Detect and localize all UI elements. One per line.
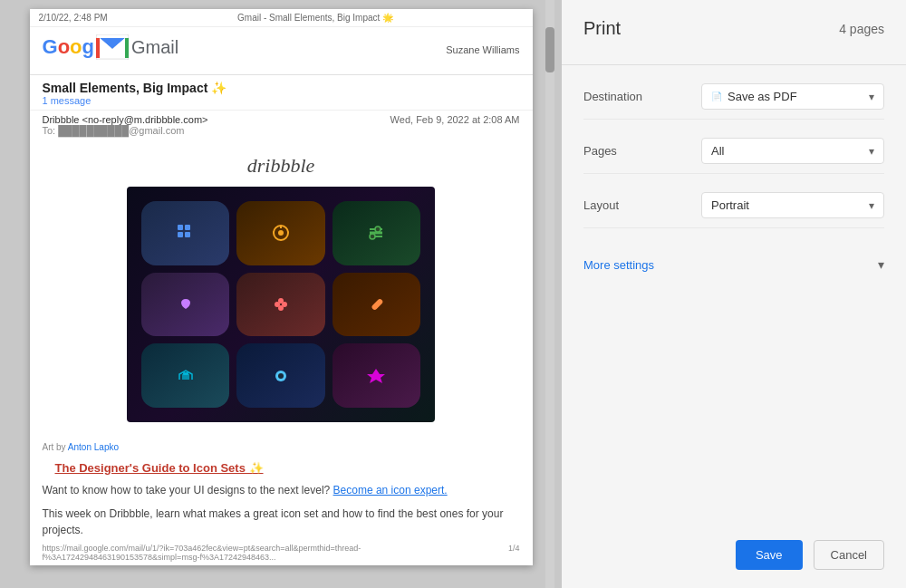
svg-rect-3 [96, 38, 100, 58]
email-url-bar: https://mail.google.com/mail/u/1/?ik=703… [30, 540, 533, 565]
app-icon-0 [141, 201, 229, 265]
become-icon-expert-link[interactable]: Become an icon expert. [333, 484, 448, 496]
email-topbar: 2/10/22, 2:48 PM Gmail - Small Elements,… [30, 9, 533, 27]
svg-marker-26 [367, 369, 385, 383]
destination-row: Destination 📄 Save as PDF ▾ [583, 83, 884, 120]
pages-select[interactable]: All ▾ [701, 138, 884, 164]
pages-value: All [711, 144, 869, 158]
article-link[interactable]: The Designer's Guide to Icon Sets ✨ [43, 458, 520, 477]
email-from: Dribbble <no-reply@m.dribbble.com> [43, 114, 208, 125]
app-icon-4 [236, 273, 324, 337]
svg-point-19 [278, 298, 284, 304]
url-text: https://mail.google.com/mail/u/1/?ik=703… [43, 544, 508, 562]
pages-count: 4 pages [839, 22, 884, 36]
print-footer: Save Cancel [583, 525, 884, 570]
layout-row: Layout Portrait ▾ [583, 192, 884, 228]
email-message-count: 1 message [30, 95, 533, 110]
layout-chevron-icon: ▾ [869, 199, 874, 212]
svg-rect-6 [185, 225, 190, 230]
svg-point-25 [278, 373, 284, 379]
email-preview-panel: 2/10/22, 2:48 PM Gmail - Small Elements,… [0, 0, 562, 588]
destination-value: Save as PDF [728, 90, 869, 103]
gmail-wordmark: Gmail [96, 34, 178, 60]
svg-point-20 [278, 305, 284, 311]
print-settings-panel: Print 4 pages Destination 📄 Save as PDF … [562, 0, 906, 588]
app-icon-1 [236, 201, 324, 265]
dribbble-logo: dribbble [43, 154, 520, 178]
more-settings-chevron-icon: ▾ [878, 257, 884, 272]
email-document: 2/10/22, 2:48 PM Gmail - Small Elements,… [30, 9, 533, 565]
pages-label: Pages [583, 144, 701, 158]
scrollbar-thumb[interactable] [545, 27, 554, 72]
email-date: Wed, Feb 9, 2022 at 2:08 AM [390, 114, 520, 136]
topbar-title: Gmail - Small Elements, Big Impact 🌟 [237, 13, 393, 23]
gmail-logo-area: Goog Gmail Suzane Wi [43, 34, 520, 60]
svg-rect-23 [183, 372, 188, 375]
app-icon-2 [333, 201, 420, 265]
destination-label: Destination [583, 90, 701, 103]
print-divider [562, 64, 906, 65]
svg-rect-21 [371, 298, 384, 311]
svg-point-10 [278, 230, 284, 236]
article-link-container: The Designer's Guide to Icon Sets ✨ [30, 456, 533, 480]
more-settings-label: More settings [583, 258, 654, 272]
print-header: Print 4 pages [583, 18, 884, 39]
print-title: Print [583, 18, 621, 39]
svg-rect-5 [178, 225, 183, 230]
layout-label: Layout [583, 198, 701, 212]
pages-row: Pages All ▾ [583, 138, 884, 174]
scrollbar-track[interactable] [545, 0, 554, 588]
page-number: 1/4 [508, 544, 520, 562]
email-header: Goog Gmail Suzane Wi [30, 27, 533, 75]
app-icon-5 [333, 273, 420, 337]
pages-chevron-icon: ▾ [869, 145, 874, 158]
layout-select[interactable]: Portrait ▾ [701, 192, 884, 218]
gmail-m-svg [96, 34, 129, 60]
destination-chevron-icon: ▾ [869, 91, 874, 103]
user-name: Suzane Williams [446, 44, 519, 55]
gmail-text: Gmail [131, 37, 178, 58]
svg-rect-7 [178, 232, 183, 237]
art-credit: Art by Anton Lapko [43, 442, 520, 452]
email-subject: Small Elements, Big Impact ✨ [30, 75, 533, 95]
art-credit-link[interactable]: Anton Lapko [68, 442, 119, 452]
app-icon-8 [333, 343, 420, 408]
email-to: To: ██████████@gmail.com [43, 125, 208, 136]
svg-point-16 [370, 234, 375, 239]
gmail-m-icon: Goog [43, 35, 94, 59]
destination-select[interactable]: 📄 Save as PDF ▾ [701, 83, 884, 110]
pdf-file-icon: 📄 [711, 92, 722, 101]
app-icons-grid [127, 187, 435, 422]
email-body: dribbble [30, 140, 533, 439]
email-meta: Dribbble <no-reply@m.dribbble.com> To: █… [30, 110, 533, 140]
svg-point-15 [375, 227, 381, 232]
app-icon-3 [141, 273, 229, 337]
svg-rect-4 [125, 38, 129, 58]
topbar-datetime: 2/10/22, 2:48 PM [39, 13, 108, 23]
cancel-button[interactable]: Cancel [814, 540, 884, 570]
app-icon-7 [236, 343, 324, 408]
email-from-to: Dribbble <no-reply@m.dribbble.com> To: █… [43, 114, 208, 136]
app-icon-6 [141, 343, 229, 408]
save-button[interactable]: Save [736, 540, 803, 570]
email-body-text2: This week on Dribbble, learn what makes … [30, 504, 533, 540]
layout-value: Portrait [711, 198, 869, 212]
more-settings-row[interactable]: More settings ▾ [583, 250, 884, 279]
svg-rect-8 [185, 232, 190, 237]
email-body-text1: Want to know how to take your UI designs… [30, 480, 533, 500]
